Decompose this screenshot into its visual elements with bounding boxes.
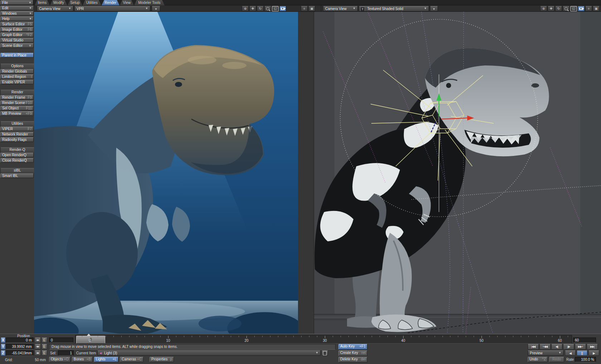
file-menu-button[interactable]: File ▼ [0,0,33,5]
position-y-field[interactable]: 39.9992 mm [6,344,34,349]
open-renderq-button[interactable]: Open RenderQ [0,153,34,157]
delete-key-button[interactable]: Delete Keydel [338,357,367,363]
undo-button[interactable]: Undo ^Z [528,357,548,362]
smart-ibl-button[interactable]: Smart IBL [0,173,34,178]
viewport-menu-icon[interactable]: ≡ [585,6,592,11]
undo-shortcut: ^Z [542,357,546,361]
tab-render[interactable]: Render [102,0,119,5]
axis-x-button[interactable]: X [1,338,5,343]
grid-value: 50 mm [21,358,46,363]
stepper-z[interactable]: ◀▶ [35,350,41,356]
objects-filter-button[interactable]: Objects+O [49,357,70,362]
go-end-button[interactable]: ▶▶| [587,344,598,350]
camera-toggle-icon[interactable] [578,6,585,11]
render-frame-button[interactable]: Render FrameF9 [0,95,34,100]
fit-selected-icon[interactable]: ◱ [272,6,279,11]
envelope-y-button[interactable]: E [41,344,47,349]
right-view-type-dropdown[interactable]: Camera View ▼ [323,6,358,11]
left-render-mode-dropdown[interactable]: VPR ▼ [74,6,150,11]
enable-viper-button[interactable]: Enable VIPER [0,80,34,84]
render-scene-button[interactable]: Render SceneF10 [0,100,34,105]
preview-dropdown[interactable]: Preview ▼ [528,350,563,356]
pan-view-icon[interactable]: ✚ [249,6,256,11]
position-x-field[interactable]: 0 m [6,338,34,343]
sel-object-button[interactable]: Sel ObjectF11 [0,106,34,110]
render-globals-button[interactable]: Render Globals [0,69,34,74]
stepper-x[interactable]: ◀▶ [35,338,41,343]
auto-key-button[interactable]: Auto Key+F1 [338,344,367,350]
position-z-field[interactable]: -65.0419mm [6,350,34,356]
zoom-view-icon[interactable] [563,6,570,11]
envelope-x-button[interactable]: E [41,338,47,343]
maximize-viewport-icon[interactable]: ▣ [593,6,600,11]
virtual-studio-button[interactable]: Virtual Studio [0,38,34,43]
right-viewport[interactable] [314,12,601,334]
tab-utilities[interactable]: Utilities [83,0,101,5]
surface-editor-button[interactable]: Surface EditorF5 [0,22,34,26]
timeline-ruler[interactable]: 0 0102030405060 [75,335,572,344]
network-render-button[interactable]: Network Render [0,132,34,137]
windows-menu-button[interactable]: Windows▼ [0,11,34,16]
redo-button[interactable]: Redo [549,357,564,362]
step-back-button[interactable]: ◀|| [551,344,562,350]
next-key-button[interactable]: ▶▶+ [575,344,586,350]
center-item-icon[interactable]: ⊕ [540,6,547,11]
help-menu-button[interactable]: Help▼ [0,16,34,21]
ruler-tick [395,336,396,337]
end-frame-field[interactable]: 60 [573,338,596,343]
stepper-y[interactable]: ◀▶ [35,344,41,349]
lights-filter-button[interactable]: Lights+L [94,357,118,362]
rotate-view-icon[interactable]: ↻ [555,6,562,11]
prev-key-button[interactable]: +◀◀ [539,344,551,350]
envelope-z-button[interactable]: E [41,350,47,356]
limited-region-button[interactable]: Limited Regionl [0,74,34,79]
play-reverse-button[interactable]: ◀ [565,350,576,356]
rotate-view-icon[interactable]: ↻ [257,6,264,11]
axis-z-button[interactable]: Z [1,350,5,356]
edit-menu-button[interactable]: Edit▼ [0,6,34,10]
go-start-button[interactable]: |◀◀ [528,344,539,350]
ruler-tick [427,336,427,337]
tab-view[interactable]: View [120,0,134,5]
left-view-type-dropdown[interactable]: Camera View ▼ [37,6,73,11]
viper-button[interactable]: VIPERF7 [0,127,34,131]
current-item-dropdown[interactable]: Light (3) ▼ [97,350,321,356]
start-frame-field[interactable]: 0 [49,338,73,343]
tab-items[interactable]: Items [35,0,50,5]
center-item-icon[interactable]: ⊕ [242,6,249,11]
right-render-mode-dropdown[interactable]: T Textured Shaded Solid ▼ [359,6,429,11]
bones-filter-button[interactable]: Bones+B [72,357,93,362]
camera-toggle-icon[interactable] [279,6,286,11]
tab-modify[interactable]: Modify [50,0,67,5]
create-key-button[interactable]: Create Keyret [338,350,367,356]
zoom-view-icon[interactable] [264,6,271,11]
rate-field[interactable]: 100.0 % [575,357,596,362]
axis-y-button[interactable]: Y [1,344,5,349]
tab-modeler-tools[interactable]: Modeler Tools [134,0,165,5]
image-editor-button[interactable]: Image EditorF6 [0,27,34,32]
tab-setup[interactable]: Setup [68,0,82,5]
item-list-button[interactable] [322,350,328,356]
right-viewport-extra-dropdown[interactable]: ▼ [430,6,438,11]
maximize-viewport-icon[interactable]: ▣ [308,6,315,11]
right-render-mode-label: Textured Shaded Solid [367,7,404,11]
radiosity-flags-button[interactable]: Radiosity Flags [0,137,34,142]
mb-preview-button[interactable]: MB Preview+F9 [0,111,34,116]
pause-button[interactable]: || [577,350,587,356]
parent-in-place-button[interactable]: Parent in Place [0,53,34,58]
vpr-render-view[interactable] [34,12,298,334]
viewport-menu-icon[interactable]: ≡ [301,6,308,11]
pan-view-icon[interactable]: ✚ [548,6,554,11]
play-forward-button[interactable]: ▶ [588,350,599,356]
cameras-filter-button[interactable]: Cameras+C [120,357,143,362]
graph-editor-button[interactable]: Graph Editor^F2 [0,33,34,37]
left-viewport-extra-dropdown[interactable]: ▼ [152,6,160,11]
ruler-tick [544,336,544,337]
camera-viewport-3d[interactable] [314,12,601,334]
properties-filter-button[interactable]: Propertiesp [150,357,174,362]
left-viewport[interactable] [34,12,314,334]
fit-selected-icon[interactable]: ◱ [570,6,577,11]
scene-editor-button[interactable]: Scene Editor▼ [0,43,34,48]
close-renderq-button[interactable]: Close RenderQ [0,158,34,163]
step-forward-button[interactable]: ||▶ [563,344,574,350]
